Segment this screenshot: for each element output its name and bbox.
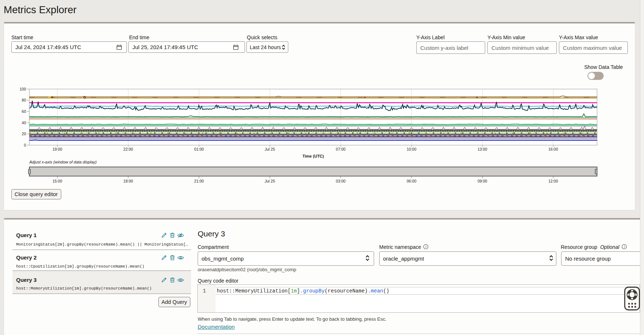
svg-text:0: 0 [24, 143, 26, 147]
svg-text:15:00: 15:00 [52, 179, 62, 183]
svg-text:80: 80 [22, 98, 26, 102]
svg-text:13:00: 13:00 [477, 147, 487, 151]
svg-text:12:00: 12:00 [548, 179, 558, 183]
svg-text:Time (UTC): Time (UTC) [303, 154, 324, 158]
svg-text:07:00: 07:00 [336, 147, 345, 151]
svg-text:18:00: 18:00 [123, 179, 133, 183]
svg-text:01:00: 01:00 [194, 147, 204, 151]
svg-text:16:00: 16:00 [548, 147, 558, 151]
svg-text:Jul 25: Jul 25 [265, 179, 275, 183]
svg-text:09:00: 09:00 [477, 179, 487, 183]
svg-text:i: i [624, 245, 625, 249]
svg-text:06:00: 06:00 [407, 179, 416, 183]
svg-text:40: 40 [22, 121, 26, 125]
svg-text:20: 20 [22, 132, 26, 136]
svg-text:21:00: 21:00 [194, 179, 204, 183]
svg-text:19:00: 19:00 [52, 147, 62, 151]
svg-text:Jul 25: Jul 25 [265, 147, 275, 151]
svg-text:10:00: 10:00 [407, 147, 416, 151]
svg-text:60: 60 [22, 109, 26, 114]
svg-text:100: 100 [19, 87, 26, 91]
svg-text:03:00: 03:00 [336, 179, 345, 183]
svg-text:22:00: 22:00 [123, 147, 133, 151]
svg-text:i: i [425, 245, 427, 249]
svg-text:Adjust x-axis (window of data: Adjust x-axis (window of data display) [29, 160, 97, 164]
